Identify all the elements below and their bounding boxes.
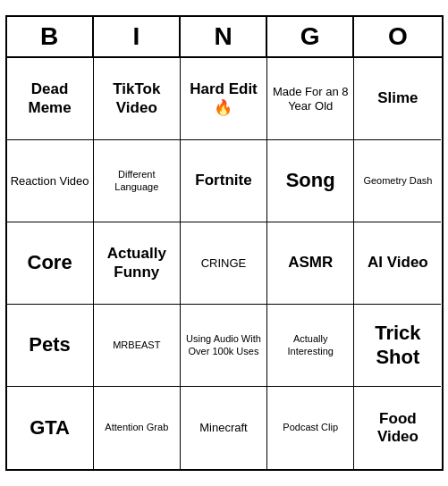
bingo-cell: Podcast Clip: [267, 387, 354, 469]
bingo-cell: Pets: [7, 305, 94, 387]
bingo-cell: CRINGE: [181, 222, 267, 305]
bingo-cell: Dead Meme: [7, 58, 94, 140]
bingo-cell: Reaction Video: [7, 140, 94, 222]
header-letter: O: [354, 17, 441, 56]
bingo-cell: Attention Grab: [94, 387, 181, 469]
bingo-cell: Slime: [354, 58, 441, 140]
bingo-header: BINGO: [7, 17, 442, 58]
bingo-cell: Actually Interesting: [267, 305, 354, 387]
bingo-cell: MRBEAST: [94, 305, 181, 387]
bingo-cell: ASMR: [267, 222, 354, 305]
header-letter: B: [7, 17, 94, 56]
bingo-cell: Fortnite: [181, 140, 267, 222]
bingo-cell: AI Video: [354, 222, 441, 305]
bingo-cell: Core: [7, 222, 94, 305]
bingo-cell: Geometry Dash: [354, 140, 441, 222]
bingo-cell: Made For an 8 Year Old: [267, 58, 354, 140]
bingo-cell: Using Audio With Over 100k Uses: [181, 305, 267, 387]
header-letter: G: [267, 17, 354, 56]
bingo-grid: Dead MemeTikTok VideoHard Edit 🔥Made For…: [7, 58, 442, 469]
bingo-cell: Trick Shot: [354, 305, 441, 387]
bingo-cell: Hard Edit 🔥: [181, 58, 267, 140]
bingo-cell: GTA: [7, 387, 94, 469]
bingo-cell: Song: [267, 140, 354, 222]
bingo-cell: Different Language: [94, 140, 181, 222]
header-letter: N: [181, 17, 267, 56]
bingo-cell: Actually Funny: [94, 222, 181, 305]
bingo-cell: TikTok Video: [94, 58, 181, 140]
bingo-cell: Minecraft: [181, 387, 267, 469]
bingo-cell: Food Video: [354, 387, 441, 469]
bingo-card: BINGO Dead MemeTikTok VideoHard Edit 🔥Ma…: [5, 15, 444, 471]
header-letter: I: [94, 17, 181, 56]
